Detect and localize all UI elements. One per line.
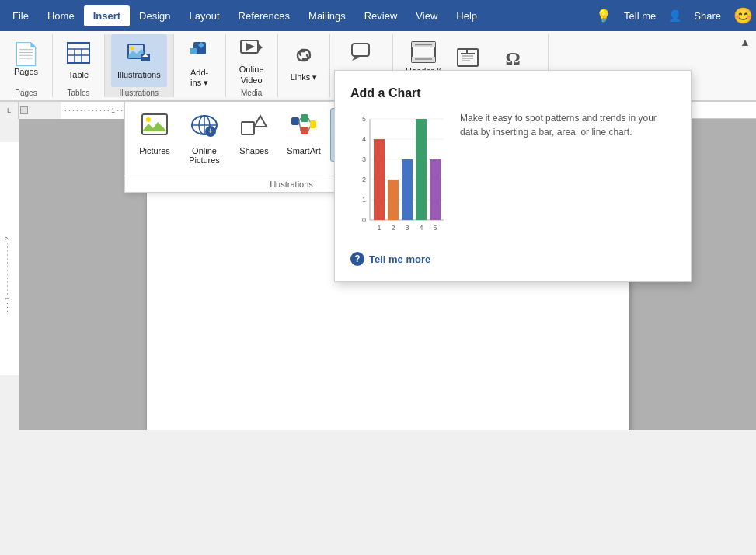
svg-marker-14 [246,43,255,51]
ribbon-group-pages: 📄 Pages Pages [0,34,53,97]
share-menu[interactable]: Share [685,5,730,26]
pictures-icon [141,113,169,143]
pages-button[interactable]: 📄 Pages [6,34,46,87]
svg-text:1: 1 [362,196,366,204]
addins-items: Add-ins ▾ [180,34,219,92]
addins-icon [187,39,212,66]
svg-rect-38 [291,117,299,125]
question-icon: ? [350,252,364,266]
svg-rect-88 [0,375,19,430]
pages-items: 📄 Pages [6,34,46,87]
tables-items: Table [59,34,98,87]
online-pictures-label: OnlinePictures [189,146,220,165]
left-ruler: · · · 1 · · · · · · · · · · · · · · 2 [0,119,19,430]
header-footer-icon [410,40,437,66]
svg-text:3: 3 [362,155,366,163]
svg-text:0: 0 [362,216,366,224]
svg-text:1: 1 [377,224,381,232]
menu-review[interactable]: Review [355,5,407,26]
online-pictures-button[interactable]: + OnlinePictures [181,108,228,169]
svg-text:+: + [208,127,213,135]
svg-rect-71 [374,139,385,220]
ribbon-group-illustrations: Illustrations Illustrations [105,34,174,97]
svg-rect-86 [0,119,19,142]
svg-rect-15 [352,44,369,56]
smartart-button[interactable]: SmartArt [280,108,327,160]
addins-button[interactable]: Add-ins ▾ [180,37,219,90]
svg-marker-37 [254,116,267,127]
illustrations-icon [127,41,152,68]
svg-line-43 [299,121,301,131]
svg-line-42 [299,118,301,121]
tell-me-more-link[interactable]: ? Tell me more [350,252,675,266]
svg-text:5: 5 [433,224,437,232]
tell-me-menu[interactable]: Tell me [615,5,665,26]
addins-label: Add-ins ▾ [190,68,208,88]
svg-rect-40 [301,127,308,134]
shapes-icon [240,113,268,143]
menu-references[interactable]: References [229,5,299,26]
svg-text:2: 2 [391,224,395,232]
ribbon-group-media: OnlineVideo Media [226,34,278,97]
illustrations-button[interactable]: Illustrations [111,34,167,87]
menu-design[interactable]: Design [130,5,179,26]
svg-rect-75 [430,159,441,220]
svg-rect-39 [301,114,308,122]
media-items: OnlineVideo [232,34,271,87]
links-icon [291,44,316,71]
svg-rect-73 [402,159,413,220]
comment-icon [349,40,374,69]
illustrations-label: Illustrations [117,70,161,80]
menu-bar-right: 💡 Tell me 👤 Share 😊 [596,5,753,26]
table-label: Table [68,70,89,80]
smartart-icon [290,113,318,143]
svg-line-45 [308,127,310,131]
ribbon-group-addins: Add-ins ▾ [174,34,226,97]
svg-rect-11 [190,48,197,54]
menu-layout[interactable]: Layout [180,5,229,26]
online-pictures-icon: + [190,113,218,143]
svg-text:4: 4 [362,135,366,143]
smartart-label: SmartArt [287,146,320,155]
svg-text:5: 5 [362,115,366,123]
pages-group-label: Pages [15,87,37,100]
menu-file[interactable]: File [3,5,38,26]
pictures-button[interactable]: Pictures [131,108,178,160]
links-label: Links ▾ [291,72,318,82]
svg-rect-36 [242,122,254,134]
ribbon-group-tables: Table Tables [53,34,105,97]
svg-text:4: 4 [419,224,423,232]
svg-rect-41 [310,120,316,128]
online-video-button[interactable]: OnlineVideo [232,34,271,87]
svg-rect-74 [416,119,427,220]
svg-marker-29 [142,122,167,131]
chart-tooltip: Add a Chart 0 1 2 3 4 5 [334,70,692,282]
svg-point-28 [146,117,151,122]
svg-point-7 [130,46,134,50]
chart-preview: 0 1 2 3 4 5 [350,111,448,239]
tell-me-more-label: Tell me more [369,253,430,265]
svg-rect-27 [142,114,167,134]
table-button[interactable]: Table [59,34,98,87]
menu-home[interactable]: Home [38,5,84,26]
menu-help[interactable]: Help [447,5,486,26]
menu-insert[interactable]: Insert [84,5,130,26]
chart-tooltip-title: Add a Chart [350,86,675,100]
menu-view[interactable]: View [406,5,447,26]
symbols-icon: Ω [506,48,521,69]
svg-rect-82 [30,102,61,119]
illustrations-items: Illustrations [111,34,167,87]
lightbulb-icon: 💡 [596,9,611,23]
media-group-label: Media [241,87,262,100]
svg-text:3: 3 [405,224,409,232]
online-video-icon [239,36,264,63]
ribbon-collapse-button[interactable]: ▲ [737,34,753,50]
links-button[interactable]: Links ▾ [284,37,324,90]
chart-description: Make it easy to spot patterns and trends… [460,111,675,139]
menu-bar: File Home Insert Design Layout Reference… [0,0,756,31]
shapes-button[interactable]: Shapes [231,108,277,160]
table-icon [66,41,91,68]
svg-rect-0 [68,43,89,63]
menu-mailings[interactable]: Mailings [299,5,355,26]
smiley-icon: 😊 [733,6,753,25]
